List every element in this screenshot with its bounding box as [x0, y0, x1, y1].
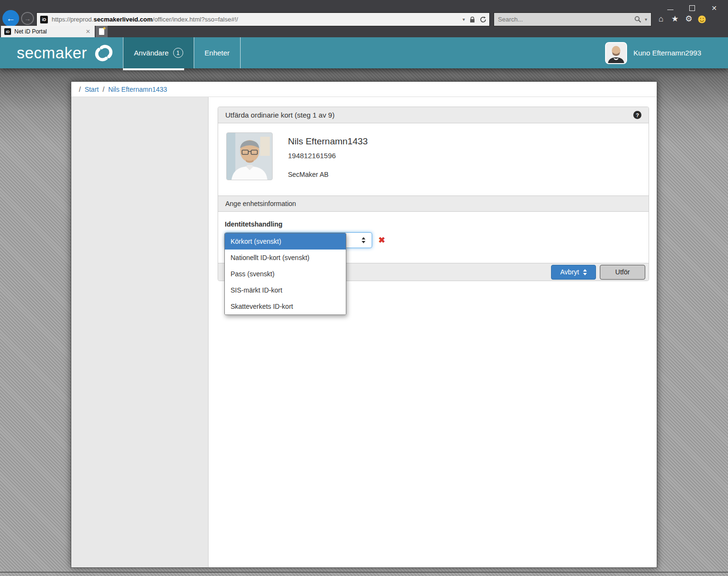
window-bottom-edge [0, 572, 728, 573]
app-header: secmaker Användare 1 Enheter Kuno Eftern… [0, 37, 728, 68]
new-tab-button[interactable]: ★ [96, 26, 108, 37]
person-name: Nils Efternamn1433 [288, 136, 368, 147]
close-button[interactable]: ✕ [703, 3, 725, 13]
logo-text: secmaker [17, 44, 87, 62]
nav-tab-enheter[interactable]: Enheter [194, 37, 241, 68]
window-controls: ✕ [659, 3, 725, 13]
user-profile[interactable]: Kuno Efternamn2993 [605, 37, 701, 68]
breadcrumb-slash: / [102, 86, 104, 93]
back-button[interactable]: ← [2, 10, 19, 27]
home-icon[interactable]: ⌂ [656, 14, 666, 24]
card-header: Utfärda ordinarie kort (steg 1 av 9) ? [218, 107, 649, 123]
new-tab-icon: ★ [99, 28, 104, 35]
main-content: Utfärda ordinarie kort (steg 1 av 9) ? N… [209, 97, 657, 567]
address-bar[interactable]: iD https://preprod.secmakerliveid.com/of… [36, 12, 490, 26]
browser-tab[interactable]: iD Net iD Portal ✕ [1, 26, 95, 37]
breadcrumb-current-link[interactable]: Nils Efternamn1433 [108, 86, 167, 93]
forward-button[interactable]: → [21, 12, 34, 25]
nav-tab-anvandare[interactable]: Användare 1 [123, 37, 194, 68]
dropdown-option-sis-markt-id-kort[interactable]: SIS-märkt ID-kort [225, 282, 346, 298]
person-number: 194812161596 [288, 152, 368, 160]
section-header: Ange enhetsinformation [218, 196, 649, 212]
breadcrumb-start-link[interactable]: Start [85, 86, 99, 93]
back-icon: ← [6, 13, 15, 24]
secmaker-logo-icon [93, 42, 115, 64]
settings-icon[interactable]: ⚙ [684, 14, 694, 24]
select-arrows-icon [362, 237, 365, 243]
browser-chrome: ✕ ← → iD https://preprod.secmakerliveid.… [0, 0, 728, 37]
submit-button[interactable]: Utför [600, 265, 645, 280]
left-sidebar [71, 97, 209, 567]
portal-page: / Start / Nils Efternamn1433 Utfärda ord… [71, 81, 657, 568]
search-input[interactable] [498, 16, 634, 23]
dropdown-option-skatteverkets-id-kort[interactable]: Skatteverkets ID-kort [225, 298, 346, 315]
user-name: Kuno Efternamn2993 [633, 49, 701, 57]
url-dropdown-icon[interactable]: ▾ [463, 17, 465, 22]
search-box[interactable]: ▾ [494, 12, 651, 26]
forward-icon: → [24, 15, 31, 22]
user-avatar [605, 42, 627, 64]
breadcrumb: / Start / Nils Efternamn1433 [71, 82, 657, 97]
person-photo [226, 132, 273, 180]
tab-favicon: iD [4, 28, 11, 35]
card-title: Utfärda ordinarie kort (steg 1 av 9) [225, 111, 633, 119]
refresh-icon[interactable] [480, 16, 486, 23]
identity-document-dropdown: Körkort (svenskt) Nationellt ID-kort (sv… [224, 233, 346, 315]
dropdown-option-nationellt-id-kort[interactable]: Nationellt ID-kort (svenskt) [225, 250, 346, 266]
dropdown-option-pass[interactable]: Pass (svenskt) [225, 266, 346, 282]
netid-favicon: iD [40, 15, 48, 24]
cancel-button[interactable]: Avbryt [551, 265, 596, 280]
search-icon[interactable] [634, 16, 641, 23]
tab-title: Net iD Portal [14, 28, 84, 35]
cancel-dropdown-icon [583, 269, 587, 275]
minimize-button[interactable] [659, 3, 681, 13]
user-count-badge: 1 [173, 48, 183, 58]
person-organization: SecMaker AB [288, 171, 368, 178]
tab-close-icon[interactable]: ✕ [84, 28, 92, 35]
logo[interactable]: secmaker [17, 37, 115, 68]
field-label-identitetshandling: Identitetshandling [225, 220, 641, 228]
breadcrumb-slash: / [79, 86, 81, 93]
dropdown-option-korkort[interactable]: Körkort (svenskt) [225, 233, 346, 250]
minimize-icon [667, 10, 673, 10]
feedback-smiley-icon[interactable] [698, 15, 706, 23]
remove-field-icon[interactable]: ✖ [378, 235, 385, 245]
maximize-icon [689, 5, 695, 11]
lock-icon [470, 16, 475, 23]
active-tab-underline [123, 68, 184, 70]
help-icon[interactable]: ? [633, 111, 641, 119]
url-text: https://preprod.secmakerliveid.com/offic… [52, 16, 463, 23]
close-icon: ✕ [711, 5, 717, 11]
maximize-button[interactable] [681, 3, 703, 13]
person-summary: Nils Efternamn1433 194812161596 SecMaker… [218, 123, 649, 196]
search-dropdown-icon[interactable]: ▾ [645, 17, 647, 22]
favorites-icon[interactable]: ★ [670, 14, 680, 24]
